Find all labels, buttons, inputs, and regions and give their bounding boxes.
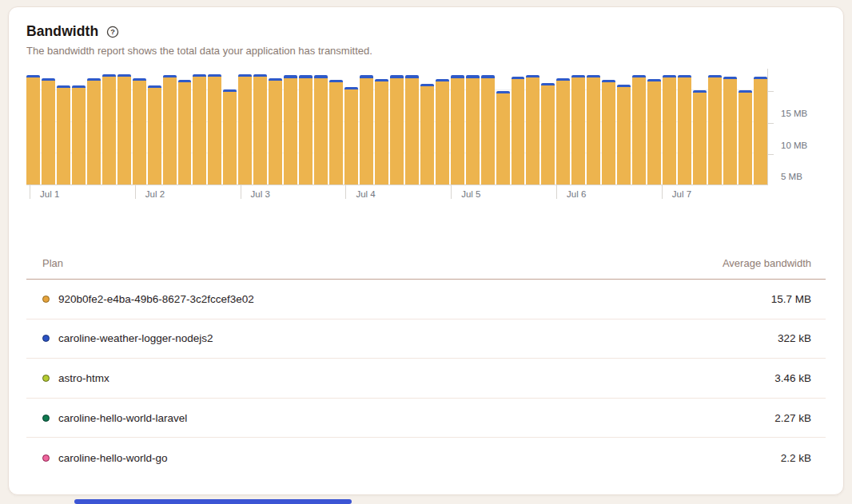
chart-bar[interactable] — [87, 69, 101, 185]
y-axis-tick — [768, 154, 774, 155]
bar-segment-orange — [526, 77, 539, 185]
chart-bar[interactable] — [208, 69, 221, 185]
bar-segment-orange — [375, 81, 388, 185]
bar-segment-orange — [208, 77, 221, 185]
chart-bar[interactable] — [647, 69, 661, 185]
bar-segment-orange — [541, 85, 555, 185]
bar-segment-orange — [253, 77, 267, 185]
chart-bar[interactable] — [754, 69, 767, 185]
table-body: 920b0fe2-e4ba-49b6-8627-3c2fccef3e0215.7… — [26, 280, 826, 478]
table-row[interactable]: caroline-weather-logger-nodejs2322 kB — [26, 319, 826, 359]
chart-bar[interactable] — [496, 69, 510, 185]
chart-bar[interactable] — [739, 69, 752, 185]
plan-cell: 920b0fe2-e4ba-49b6-8627-3c2fccef3e02 — [42, 293, 254, 305]
bar-segment-orange — [587, 77, 600, 185]
bar-segment-orange — [329, 82, 343, 185]
bar-segment-orange — [436, 81, 449, 185]
average-bandwidth-value: 2.27 kB — [774, 412, 811, 424]
table-row[interactable]: caroline-hello-world-go2.2 kB — [26, 438, 826, 478]
chart-bar[interactable] — [481, 69, 495, 185]
chart-bar[interactable] — [329, 69, 343, 185]
table-row[interactable]: caroline-hello-world-laravel2.27 kB — [26, 399, 826, 439]
chart-bar[interactable] — [693, 69, 707, 185]
x-axis-label: Jul 2 — [145, 189, 165, 199]
chart-bar[interactable] — [390, 69, 404, 185]
chart-bar[interactable] — [587, 69, 600, 185]
chart-bar[interactable] — [556, 69, 570, 185]
bar-segment-orange — [420, 86, 434, 185]
chart-bar[interactable] — [420, 69, 434, 185]
chart-bar[interactable] — [193, 69, 206, 185]
chart-bar[interactable] — [451, 69, 464, 185]
plan-table: Plan Average bandwidth 920b0fe2-e4ba-49b… — [26, 257, 826, 478]
bandwidth-chart: 15 MB10 MB5 MBJul 1Jul 2Jul 3Jul 4Jul 5J… — [26, 69, 826, 208]
chart-bar[interactable] — [42, 69, 55, 185]
column-header-plan: Plan — [42, 257, 63, 269]
bar-segment-orange — [571, 77, 585, 185]
chart-bar[interactable] — [133, 69, 146, 185]
chart-bar[interactable] — [117, 69, 131, 185]
chart-bar[interactable] — [314, 69, 328, 185]
chart-bar[interactable] — [663, 69, 676, 185]
chart-bar[interactable] — [602, 69, 615, 185]
bar-segment-orange — [178, 82, 192, 185]
bar-segment-orange — [556, 81, 570, 185]
x-axis-label: Jul 1 — [40, 189, 59, 199]
chart-bar[interactable] — [436, 69, 449, 185]
table-row[interactable]: astro-htmx3.46 kB — [26, 359, 826, 399]
bar-segment-orange — [360, 78, 373, 185]
x-axis-label: Jul 7 — [672, 189, 691, 199]
chart-bar[interactable] — [617, 69, 631, 185]
bar-segment-orange — [299, 78, 313, 185]
bar-segment-orange — [466, 78, 480, 185]
chart-bar[interactable] — [284, 69, 297, 185]
y-axis-label: 15 MB — [781, 109, 807, 118]
plan-name: 920b0fe2-e4ba-49b6-8627-3c2fccef3e02 — [58, 293, 254, 305]
help-question-icon[interactable]: ? — [106, 26, 119, 38]
chart-bar[interactable] — [102, 69, 116, 185]
column-header-average-bandwidth: Average bandwidth — [723, 257, 811, 269]
chart-bar[interactable] — [269, 69, 282, 185]
chart-bar[interactable] — [148, 69, 161, 185]
chart-bar[interactable] — [72, 69, 86, 185]
chart-bar[interactable] — [299, 69, 313, 185]
chart-bar[interactable] — [375, 69, 388, 185]
x-axis-tick — [556, 185, 557, 199]
chart-bar[interactable] — [163, 69, 177, 185]
chart-bar[interactable] — [723, 69, 737, 185]
bar-segment-orange — [223, 92, 237, 185]
chart-bar[interactable] — [512, 69, 525, 185]
x-axis-tick — [241, 185, 241, 199]
x-axis-label: Jul 3 — [251, 189, 270, 199]
bar-segment-orange — [344, 89, 358, 185]
y-axis-tick — [768, 91, 774, 92]
bandwidth-card: Bandwidth ? The bandwidth report shows t… — [8, 6, 844, 495]
chart-bar[interactable] — [253, 69, 267, 185]
x-axis-tick — [345, 185, 346, 199]
chart-bar[interactable] — [344, 69, 358, 185]
chart-bar[interactable] — [57, 69, 70, 185]
bar-segment-orange — [238, 77, 252, 185]
chart-bar[interactable] — [360, 69, 373, 185]
chart-bar[interactable] — [405, 69, 419, 185]
bar-segment-orange — [284, 78, 297, 185]
chart-bar[interactable] — [178, 69, 192, 185]
chart-bar[interactable] — [466, 69, 480, 185]
chart-bar[interactable] — [26, 69, 40, 185]
plan-color-dot-icon — [42, 335, 50, 342]
chart-bar[interactable] — [541, 69, 555, 185]
table-row[interactable]: 920b0fe2-e4ba-49b6-8627-3c2fccef3e0215.7… — [26, 280, 826, 319]
bar-segment-orange — [708, 77, 722, 185]
chart-bar[interactable] — [526, 69, 539, 185]
bar-segment-orange — [57, 88, 70, 185]
chart-bar[interactable] — [632, 69, 646, 185]
x-axis-tick — [135, 185, 136, 199]
chart-bar[interactable] — [238, 69, 252, 185]
chart-bar[interactable] — [571, 69, 585, 185]
chart-bar[interactable] — [708, 69, 722, 185]
average-bandwidth-value: 15.7 MB — [771, 293, 811, 305]
plan-cell: caroline-hello-world-laravel — [42, 412, 187, 424]
bottom-indicator-bar — [74, 499, 352, 504]
chart-bar[interactable] — [678, 69, 691, 185]
chart-bar[interactable] — [223, 69, 237, 185]
